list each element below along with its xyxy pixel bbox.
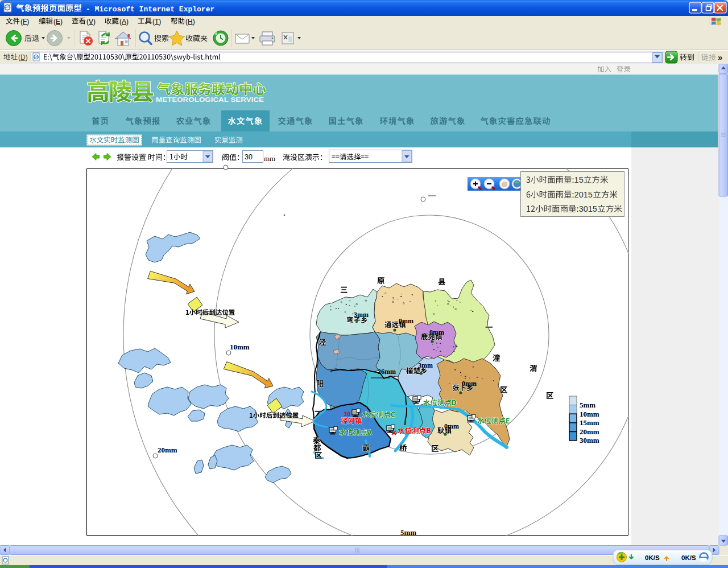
svg-text:(H): (H) <box>185 18 195 26</box>
svg-text:(D): (D) <box>18 53 28 61</box>
svg-text:26mm: 26mm <box>378 368 396 376</box>
svg-text:30: 30 <box>245 153 253 161</box>
svg-text:30mm: 30mm <box>580 436 599 444</box>
svg-text:(F): (F) <box>20 18 29 26</box>
svg-text:0mm: 0mm <box>399 317 413 325</box>
svg-text:(E): (E) <box>53 18 63 26</box>
svg-text:0mm: 0mm <box>429 328 444 336</box>
svg-text:20mm: 20mm <box>580 427 599 436</box>
svg-text:15mm: 15mm <box>580 418 599 427</box>
svg-text:- Microsoft Internet Explorer: - Microsoft Internet Explorer <box>86 5 214 14</box>
svg-text:10mm: 10mm <box>230 343 250 351</box>
svg-text:(V): (V) <box>86 18 96 26</box>
svg-text:20mm: 20mm <box>158 446 177 454</box>
svg-text:»: » <box>718 52 722 62</box>
svg-text:10mm: 10mm <box>580 410 599 418</box>
svg-text:0mm: 0mm <box>444 422 459 430</box>
svg-text:3015: 3015 <box>579 204 597 213</box>
svg-text:3mm: 3mm <box>354 311 369 319</box>
svg-text:0K/S: 0K/S <box>681 554 696 561</box>
svg-text:(A): (A) <box>119 18 129 26</box>
svg-text:0mm: 0mm <box>462 380 477 388</box>
svg-text:(T): (T) <box>152 18 161 26</box>
svg-text:15: 15 <box>574 175 584 184</box>
svg-text:2015: 2015 <box>574 190 593 199</box>
svg-text:0K/S: 0K/S <box>645 554 660 561</box>
svg-text:mm: mm <box>264 154 275 163</box>
svg-text:5mm: 5mm <box>580 401 595 409</box>
svg-text:5mm: 5mm <box>400 528 416 537</box>
svg-text:3mm: 3mm <box>418 361 433 369</box>
svg-text:METEOROLOGICAL SERVICE: METEOROLOGICAL SERVICE <box>156 96 264 103</box>
